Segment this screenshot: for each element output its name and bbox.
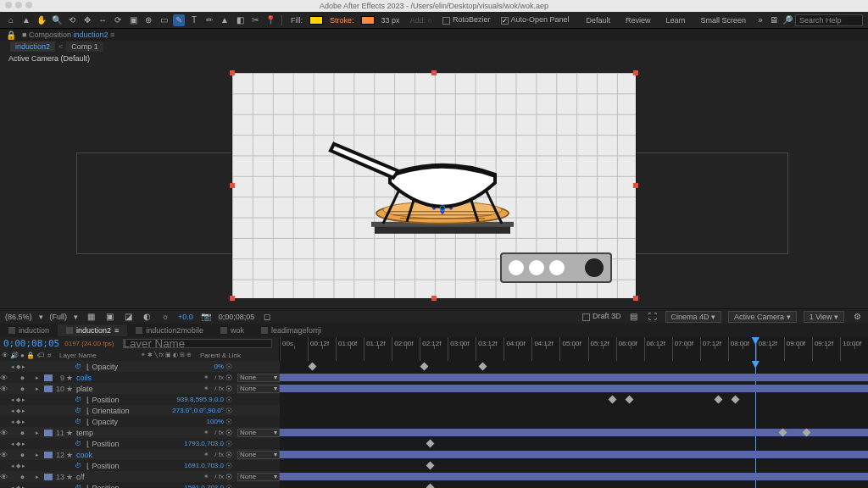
channel-icon[interactable]: ◐ bbox=[141, 311, 153, 323]
track-row[interactable] bbox=[280, 383, 868, 394]
layer-outline[interactable]: ◂ ◆ ▸⏱⌊ Opacity0%☉👁●▸9★coils✴ / fx☉None▾… bbox=[0, 361, 280, 488]
roto-tool-icon[interactable]: ✂ bbox=[249, 14, 261, 26]
bbox-handle[interactable] bbox=[431, 70, 437, 75]
tl-tab-4[interactable]: leadimageforrji bbox=[253, 324, 330, 336]
magnification-dd[interactable]: (86.5%) bbox=[5, 313, 32, 321]
keyframe[interactable] bbox=[608, 396, 616, 404]
view-opts-icon[interactable]: ⚙ bbox=[851, 311, 863, 323]
anchor-tool-icon[interactable]: ⊕ bbox=[142, 14, 154, 26]
property-row[interactable]: ◂ ◆ ▸⏱⌊ Opacity0%☉ bbox=[0, 361, 280, 372]
orbit-tool-icon[interactable]: ⟲ bbox=[66, 14, 78, 26]
puppet-tool-icon[interactable]: 📍 bbox=[264, 14, 276, 26]
zoom-tool-icon[interactable]: 🔍 bbox=[51, 14, 63, 26]
layer-row[interactable]: 👁●▸10★plate✴ / fx☉None▾ bbox=[0, 383, 280, 394]
track-row[interactable] bbox=[280, 427, 868, 438]
bbox-handle[interactable] bbox=[230, 296, 235, 301]
bbox-handle[interactable] bbox=[633, 70, 638, 75]
track-row[interactable] bbox=[280, 416, 868, 427]
track-row[interactable] bbox=[280, 394, 868, 405]
ws-smallscreen[interactable]: Small Screen bbox=[693, 14, 753, 26]
brush-tool-icon[interactable]: ✏ bbox=[203, 14, 215, 26]
type-tool-icon[interactable]: T bbox=[188, 14, 200, 26]
traffic-lights[interactable] bbox=[5, 2, 32, 8]
eraser-tool-icon[interactable]: ◧ bbox=[234, 14, 246, 26]
preview-time[interactable]: 0;00;08;05 bbox=[219, 313, 255, 321]
bbox-handle[interactable] bbox=[230, 70, 235, 75]
track-row[interactable] bbox=[280, 482, 868, 488]
mask-toggle-icon[interactable]: ◪ bbox=[122, 311, 134, 323]
search-help-input[interactable]: Search Help bbox=[795, 14, 863, 26]
bbox-handle[interactable] bbox=[633, 183, 638, 188]
breadcrumb-1[interactable]: Comp 1 bbox=[66, 42, 103, 52]
fill-swatch[interactable] bbox=[309, 16, 323, 25]
extend-icon[interactable]: ⛶ bbox=[647, 311, 659, 323]
track-row[interactable] bbox=[280, 471, 868, 482]
home-icon[interactable]: ⌂ bbox=[5, 14, 17, 26]
camera-tool-icon[interactable]: ▣ bbox=[127, 14, 139, 26]
bbox-handle[interactable] bbox=[633, 296, 638, 301]
dolly-tool-icon[interactable]: ↔ bbox=[97, 14, 108, 26]
property-row[interactable]: ◂ ◆ ▸⏱⌊ Orientation273.0°,0.0°,90.0°☉ bbox=[0, 405, 280, 416]
property-row[interactable]: ◂ ◆ ▸⏱⌊ Opacity100%☉ bbox=[0, 416, 280, 427]
property-row[interactable]: ◂ ◆ ▸⏱⌊ Position1691.0,703.0☉ bbox=[0, 460, 280, 471]
autoopen-toggle[interactable]: Auto-Open Panel bbox=[498, 14, 573, 25]
keyframe[interactable] bbox=[426, 462, 434, 470]
keyframe[interactable] bbox=[626, 396, 634, 404]
composition-viewer[interactable] bbox=[0, 63, 868, 308]
stroke-width[interactable]: 33 px bbox=[378, 15, 403, 25]
keyframe[interactable] bbox=[714, 396, 722, 404]
lock-icon[interactable]: 🔒 bbox=[5, 29, 17, 41]
hand-tool-icon[interactable]: ✋ bbox=[36, 14, 47, 26]
pan-tool-icon[interactable]: ✥ bbox=[81, 14, 93, 26]
keyframe[interactable] bbox=[420, 363, 428, 371]
resolution-dd[interactable]: (Full) bbox=[50, 313, 68, 321]
track-row[interactable] bbox=[280, 449, 868, 460]
current-time-indicator[interactable] bbox=[755, 337, 756, 361]
keyframe[interactable] bbox=[732, 396, 740, 404]
track-row[interactable] bbox=[280, 438, 868, 449]
property-row[interactable]: ◂ ◆ ▸⏱⌊ Position1591.0,703.0☉ bbox=[0, 482, 280, 488]
time-ruler[interactable]: 00s00:12f01:00f01:12f02:00f02:12f03:00f0… bbox=[280, 337, 868, 361]
shape-tool-icon[interactable]: ▭ bbox=[158, 14, 170, 26]
tl-tab-0[interactable]: induction bbox=[0, 324, 58, 336]
keyframe[interactable] bbox=[308, 363, 316, 371]
tl-tab-3[interactable]: wok bbox=[212, 324, 253, 336]
keyframe[interactable] bbox=[426, 440, 434, 448]
track-row[interactable] bbox=[280, 460, 868, 471]
roi-icon[interactable]: ◻ bbox=[261, 311, 273, 323]
property-row[interactable]: ◂ ◆ ▸⏱⌊ Position939.8,595.9,0.0☉ bbox=[0, 394, 280, 405]
rotobezier-toggle[interactable]: RotoBezier bbox=[439, 14, 494, 25]
ws-default[interactable]: Default bbox=[579, 14, 617, 26]
draft3d-toggle[interactable]: Draft 3D bbox=[582, 312, 621, 320]
keyframe[interactable] bbox=[426, 484, 434, 488]
layer-search-input[interactable] bbox=[123, 339, 273, 348]
breadcrumb-0[interactable]: induction2 bbox=[10, 42, 55, 52]
pen-tool-icon[interactable]: ✎ bbox=[173, 14, 185, 26]
grid-toggle-icon[interactable]: ▦ bbox=[85, 311, 97, 323]
keyframe[interactable] bbox=[479, 363, 487, 371]
current-timecode[interactable]: 0;00;08;05 bbox=[3, 338, 59, 349]
desktop-icon[interactable]: 🖥 bbox=[768, 14, 780, 26]
layer-row[interactable]: 👁●▸11★temp✴ / fx☉None▾ bbox=[0, 427, 280, 438]
snapshot-icon[interactable]: 📷 bbox=[200, 311, 212, 323]
reset-exposure-icon[interactable]: ☼ bbox=[159, 311, 171, 323]
renderer-dd[interactable]: Cinema 4D ▾ bbox=[665, 311, 722, 323]
guides-toggle-icon[interactable]: ▣ bbox=[103, 311, 115, 323]
track-row[interactable] bbox=[280, 372, 868, 383]
tl-tab-2[interactable]: induction2mobile bbox=[127, 324, 212, 336]
bbox-handle[interactable] bbox=[230, 183, 235, 188]
track-row[interactable] bbox=[280, 405, 868, 416]
selection-tool-icon[interactable]: ▲ bbox=[20, 14, 32, 26]
timeline-tracks[interactable] bbox=[280, 361, 868, 488]
layer-row[interactable]: 👁●▸12★cook✴ / fx☉None▾ bbox=[0, 449, 280, 460]
search-icon[interactable]: 🔎 bbox=[782, 14, 793, 26]
rotate-tool-icon[interactable]: ⟳ bbox=[112, 14, 124, 26]
clone-tool-icon[interactable]: ▲ bbox=[219, 14, 231, 26]
composition-canvas[interactable] bbox=[231, 72, 637, 299]
tl-tab-1[interactable]: induction2 ≡ bbox=[58, 324, 127, 336]
ground-icon[interactable]: ▤ bbox=[628, 311, 640, 323]
ws-learn[interactable]: Learn bbox=[659, 14, 692, 26]
ws-more-icon[interactable]: » bbox=[754, 14, 766, 26]
layer-row[interactable]: 👁●▸13★c/f✴ / fx☉None▾ bbox=[0, 471, 280, 482]
stroke-swatch[interactable] bbox=[361, 16, 375, 25]
